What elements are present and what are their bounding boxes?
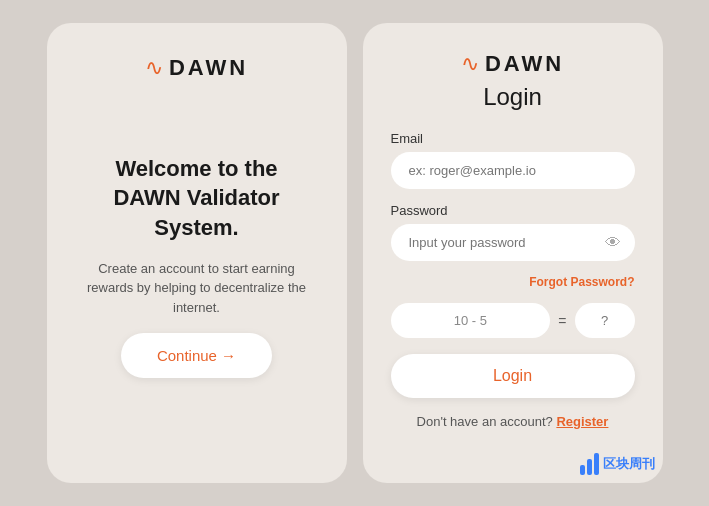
login-panel: ∿ DAWN Login Email Password 👁 Forgot Pas… xyxy=(363,23,663,483)
login-button[interactable]: Login xyxy=(391,354,635,398)
welcome-title: Welcome to theDAWN Validator System. xyxy=(75,154,319,243)
logo-text-right: DAWN xyxy=(485,51,564,77)
login-title: Login xyxy=(483,83,542,111)
password-input-wrapper: 👁 xyxy=(391,224,635,261)
logo-wave-icon-right: ∿ xyxy=(461,53,479,75)
continue-button[interactable]: Continue → xyxy=(121,333,272,378)
email-label: Email xyxy=(391,131,635,146)
toggle-password-icon[interactable]: 👁 xyxy=(605,234,621,252)
logo-right: ∿ DAWN xyxy=(461,51,564,77)
register-row: Don't have an account? Register xyxy=(417,414,609,429)
bar-1 xyxy=(580,465,585,475)
bar-3 xyxy=(594,453,599,475)
password-label: Password xyxy=(391,203,635,218)
register-link[interactable]: Register xyxy=(556,414,608,429)
email-input-wrapper xyxy=(391,152,635,189)
captcha-answer-input[interactable] xyxy=(575,303,635,338)
welcome-description: Create an account to start earning rewar… xyxy=(75,259,319,318)
watermark-text: 区块周刊 xyxy=(603,455,655,473)
captcha-row: 10 - 5 = xyxy=(391,303,635,338)
captcha-expression: 10 - 5 xyxy=(391,303,551,338)
logo-text-left: DAWN xyxy=(169,55,248,81)
forgot-password-link[interactable]: Forgot Password? xyxy=(391,275,635,289)
welcome-content: Welcome to theDAWN Validator System. Cre… xyxy=(75,81,319,451)
email-input[interactable] xyxy=(391,152,635,189)
email-field-group: Email xyxy=(391,131,635,189)
bar-2 xyxy=(587,459,592,475)
captcha-equals: = xyxy=(558,313,566,329)
watermark: 区块周刊 xyxy=(580,453,655,475)
password-input[interactable] xyxy=(391,224,635,261)
no-account-text: Don't have an account? xyxy=(417,414,553,429)
welcome-panel: ∿ DAWN Welcome to theDAWN Validator Syst… xyxy=(47,23,347,483)
password-field-group: Password 👁 xyxy=(391,203,635,261)
watermark-bars-icon xyxy=(580,453,599,475)
logo-wave-icon: ∿ xyxy=(145,57,163,79)
logo-left: ∿ DAWN xyxy=(145,55,248,81)
